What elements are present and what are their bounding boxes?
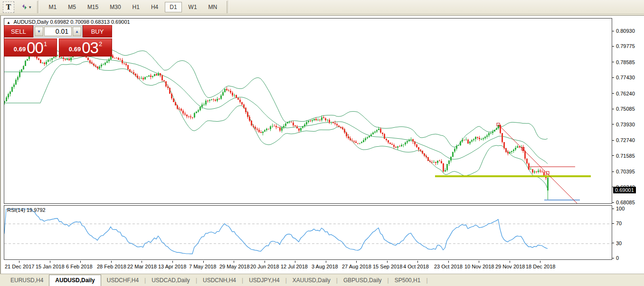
tab-separator: | (426, 277, 427, 284)
sell-button[interactable]: SELL (4, 25, 33, 38)
chart-title: ▲ AUDUSD,Daily 0.69982 0.70098 0.68313 0… (7, 19, 130, 25)
rsi-tick (612, 258, 614, 258)
date-tick (448, 261, 449, 263)
price-tick-label: 0.73930 (616, 122, 635, 127)
text-tool-button[interactable]: T (3, 1, 14, 13)
price-tick (612, 77, 614, 78)
date-tick (50, 261, 50, 263)
date-tick (234, 261, 234, 263)
sell-price-big: 00 (27, 41, 43, 55)
date-tick (19, 261, 19, 263)
top-toolbar: T ▾ M1M5M15M30H1H4D1W1MN (0, 0, 644, 14)
price-tick-label: 0.71585 (616, 153, 635, 159)
trendline-red[interactable] (498, 124, 577, 203)
date-tick (111, 261, 112, 263)
chart-tab-usdjpy[interactable]: USDJPY,H4 (243, 275, 285, 286)
timeframe-button-h1[interactable]: H1 (128, 2, 144, 12)
date-label: 29 May 2018 (219, 264, 250, 269)
volume-decrease-button[interactable]: ▼ (35, 27, 43, 36)
date-axis[interactable]: 21 Dec 201715 Jan 20186 Feb 201828 Feb 2… (4, 261, 612, 272)
price-tick (612, 140, 614, 141)
symbols-cycle-icon (21, 3, 28, 10)
price-tick (612, 93, 614, 94)
timeframe-button-m15[interactable]: M15 (83, 2, 103, 12)
chart-tab-bar: EURUSD,H4AUDUSD,DailyUSDCHF,H4|USDCAD,Da… (0, 274, 644, 286)
price-tick (612, 155, 614, 156)
buy-price-big: 03 (82, 41, 98, 55)
date-tick (326, 261, 326, 263)
date-tick (80, 261, 81, 263)
chart-tab-usdchf[interactable]: USDCHF,H4 (101, 275, 144, 286)
price-tick (612, 31, 614, 31)
rsi-label: RSI(14) 19.9792 (7, 207, 46, 213)
price-tick (612, 62, 614, 62)
timeframe-button-w1[interactable]: W1 (184, 2, 202, 12)
mt4-window: T ▾ M1M5M15M30H1H4D1W1MN ▲ AUDUSD,Daily … (0, 0, 644, 286)
ohlc-close: 0.69001 (111, 19, 130, 25)
buy-price-prefix: 0.69 (69, 46, 81, 53)
date-tick (387, 261, 388, 263)
date-label: 6 Feb 2018 (66, 264, 93, 269)
rsi-tick-label: 70 (616, 220, 622, 226)
timeframe-button-d1[interactable]: D1 (165, 2, 181, 12)
indicator-arrows-button[interactable]: ▾ (19, 1, 33, 13)
price-tick (612, 202, 614, 203)
date-tick (142, 261, 142, 263)
ohlc-low: 0.68313 (91, 19, 110, 25)
bollinger-middle-band (4, 57, 548, 164)
date-tick (356, 261, 357, 263)
price-tick (612, 109, 614, 109)
triangle-up-icon: ▲ (7, 20, 10, 25)
rsi-line (4, 209, 548, 254)
toolbar-separator (37, 1, 39, 13)
buy-button[interactable]: BUY (83, 25, 112, 38)
price-tick (612, 46, 614, 47)
buy-quote-button[interactable]: 0.69 03 2 (59, 38, 112, 57)
date-label: 23 Oct 2018 (434, 264, 463, 269)
toolbar-separator (227, 1, 229, 13)
text-tool-icon: T (6, 3, 11, 11)
timeframe-button-h4[interactable]: H4 (146, 2, 163, 12)
date-label: 12 Jul 2018 (281, 264, 308, 269)
date-tick (172, 261, 173, 263)
chart-tab-usdcnh[interactable]: USDCNH,H4 (197, 275, 242, 286)
price-tick-label: 0.68085 (616, 200, 635, 205)
timeframe-button-m5[interactable]: M5 (63, 2, 81, 12)
chart-tab-xauusd[interactable]: XAUUSD,Daily (287, 275, 336, 286)
chart-tab-audusd[interactable]: AUDUSD,Daily (49, 275, 101, 286)
one-click-trade-panel: SELL ▼ 0.01 ▲ BUY 0.69 00 1 0.69 03 2 (4, 25, 112, 57)
date-label: 7 May 2018 (189, 264, 216, 269)
date-label: 13 Apr 2018 (158, 264, 186, 269)
timeframe-button-m1[interactable]: M1 (44, 2, 62, 12)
candles-group (4, 50, 549, 200)
price-tick-label: 0.77430 (616, 75, 635, 80)
timeframe-button-m30[interactable]: M30 (105, 2, 125, 12)
volume-input[interactable]: 0.01 (44, 27, 72, 36)
price-axis[interactable]: 0.69001 0.809300.797750.785850.774300.76… (612, 18, 644, 204)
price-tick-label: 0.76240 (616, 91, 635, 96)
rsi-tick (612, 223, 614, 224)
date-label: 18 Dec 2018 (526, 264, 555, 269)
date-label: 4 Oct 2018 (403, 264, 429, 269)
rsi-tick-label: 30 (616, 240, 622, 246)
price-tick-label: 0.75085 (616, 106, 635, 112)
date-tick (510, 261, 510, 263)
date-label: 28 Feb 2018 (97, 264, 126, 269)
timeframe-button-mn[interactable]: MN (204, 2, 222, 12)
price-tick (612, 124, 614, 124)
chevron-down-icon: ▾ (29, 5, 31, 10)
chart-tab-sp500[interactable]: SP500,H1 (389, 275, 426, 286)
chart-tab-usdcad[interactable]: USDCAD,Daily (146, 275, 196, 286)
date-label: 15 Sep 2018 (373, 264, 402, 269)
sell-quote-button[interactable]: 0.69 00 1 (4, 38, 57, 57)
date-label: 27 Aug 2018 (342, 264, 371, 269)
chart-tab-eurusd[interactable]: EURUSD,H4 (5, 275, 49, 286)
chart-symbol: AUDUSD,Daily (13, 19, 48, 25)
date-label: 21 Dec 2017 (5, 264, 34, 269)
chart-tab-gbpusd[interactable]: GBPUSD,Daily (338, 275, 388, 286)
price-tick-label: 0.79775 (616, 43, 635, 49)
chart-window: ▲ AUDUSD,Daily 0.69982 0.70098 0.68313 0… (0, 15, 644, 286)
volume-increase-button[interactable]: ▲ (73, 27, 81, 36)
timeframe-buttons: M1M5M15M30H1H4D1W1MN (43, 2, 223, 12)
rsi-pane[interactable]: RSI(14) 19.9792 (4, 205, 612, 260)
